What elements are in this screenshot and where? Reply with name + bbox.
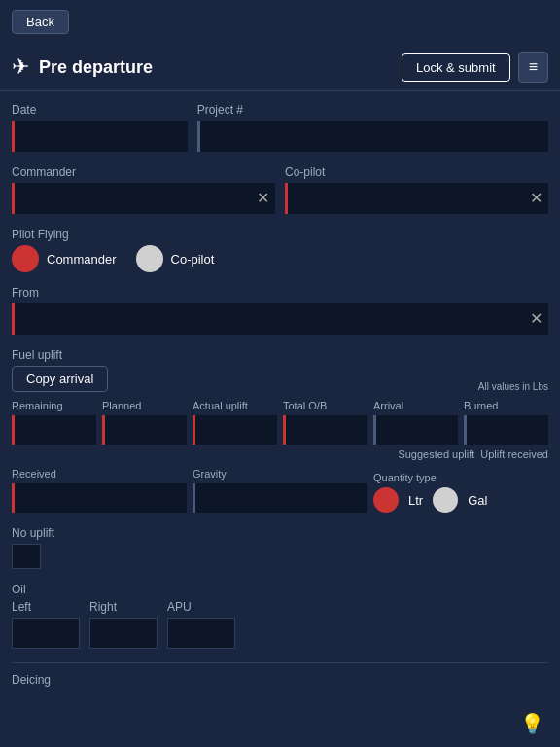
oil-left-input[interactable] (12, 618, 80, 649)
commander-radio-label: Commander (47, 252, 117, 267)
deicing-section: Deicing (12, 662, 548, 687)
commander-field-group: Commander ✕ (12, 165, 275, 214)
oil-section: Oil Left Right APU (12, 583, 548, 649)
commander-copilot-row: Commander ✕ Co-pilot ✕ (12, 165, 548, 214)
back-button[interactable]: Back (12, 10, 69, 34)
planned-label: Planned (102, 400, 187, 411)
commander-input-wrapper: ✕ (12, 183, 275, 214)
suggested-uplift-row: Suggested uplift Uplift received (12, 448, 548, 460)
copilot-input-wrapper: ✕ (285, 183, 548, 214)
date-label: Date (12, 103, 188, 117)
gal-label: Gal (468, 493, 487, 508)
planned-input[interactable] (102, 415, 187, 445)
oil-apu-input[interactable] (167, 618, 235, 649)
plane-icon: ✈ (12, 54, 29, 80)
suggested-uplift-label: Suggested uplift (398, 448, 474, 460)
burned-input[interactable] (464, 415, 548, 445)
remaining-field: Remaining (12, 400, 96, 445)
total-ob-field: Total O/B (283, 400, 368, 445)
project-input[interactable] (197, 121, 548, 152)
commander-input[interactable] (12, 183, 275, 214)
from-input[interactable] (12, 303, 548, 335)
commander-label: Commander (12, 165, 275, 179)
project-label: Project # (197, 103, 548, 117)
deicing-label: Deicing (12, 673, 548, 687)
received-input[interactable] (12, 483, 187, 513)
gravity-input[interactable] (192, 483, 368, 513)
ltr-radio[interactable] (373, 487, 399, 513)
commander-radio[interactable]: Commander (12, 245, 117, 272)
from-clear-button[interactable]: ✕ (530, 311, 542, 327)
oil-right-label: Right (89, 600, 158, 614)
fuel-uplift-section: Fuel uplift Copy arrival All values in L… (12, 348, 548, 513)
actual-uplift-input[interactable] (192, 415, 277, 445)
copilot-radio-label: Co-pilot (171, 252, 215, 267)
date-input[interactable]: 2021-01-25 (12, 121, 188, 152)
received-field: Received (12, 468, 187, 513)
pilot-flying-row: Commander Co-pilot (12, 245, 548, 272)
oil-right-field: Right (89, 600, 158, 649)
header: ✈ Pre departure Lock & submit ≡ (0, 44, 560, 91)
no-uplift-section: No uplift (12, 526, 548, 569)
lock-submit-button[interactable]: Lock & submit (402, 53, 510, 82)
oil-label: Oil (12, 583, 548, 596)
copilot-radio[interactable]: Co-pilot (136, 245, 215, 272)
gravity-label: Gravity (192, 468, 368, 480)
actual-uplift-field: Actual uplift (192, 400, 277, 445)
fuel-uplift-label: Fuel uplift (12, 348, 548, 362)
gravity-field: Gravity (192, 468, 368, 513)
remaining-label: Remaining (12, 400, 96, 411)
date-project-row: Date 2021-01-25 Project # (12, 103, 548, 152)
burned-field: Burned (464, 400, 548, 445)
gal-radio[interactable] (433, 487, 458, 513)
planned-field: Planned (102, 400, 187, 445)
no-uplift-label: No uplift (12, 526, 548, 540)
header-right: Lock & submit ≡ (402, 52, 548, 83)
oil-left-field: Left (12, 600, 80, 649)
oil-fields-row: Left Right APU (12, 600, 548, 649)
total-ob-label: Total O/B (283, 400, 368, 411)
menu-button[interactable]: ≡ (518, 52, 548, 83)
pilot-flying-label: Pilot Flying (12, 228, 548, 241)
arrival-field: Arrival (373, 400, 458, 445)
quantity-type-label: Quantity type (373, 472, 548, 483)
remaining-input[interactable] (12, 415, 96, 445)
project-field-group: Project # (197, 103, 548, 152)
burned-label: Burned (464, 400, 548, 411)
copilot-input[interactable] (285, 183, 548, 214)
fuel-uplift-header: Copy arrival All values in Lbs (12, 366, 548, 392)
actual-uplift-label: Actual uplift (192, 400, 277, 411)
date-field-group: Date 2021-01-25 (12, 103, 188, 152)
header-left: ✈ Pre departure (12, 54, 153, 80)
commander-clear-button[interactable]: ✕ (257, 191, 269, 206)
arrival-label: Arrival (373, 400, 458, 411)
quantity-type-field: Quantity type Ltr Gal (373, 472, 548, 513)
top-bar: Back (0, 0, 560, 44)
copy-arrival-button[interactable]: Copy arrival (12, 366, 108, 392)
copilot-field-group: Co-pilot ✕ (285, 165, 548, 214)
copilot-label: Co-pilot (285, 165, 548, 179)
copilot-radio-circle (136, 245, 163, 272)
deicing-divider (12, 662, 548, 663)
received-label: Received (12, 468, 187, 480)
ltr-label: Ltr (408, 493, 423, 508)
fuel-row-2: Received Gravity Quantity type Ltr Gal (12, 468, 548, 513)
pilot-flying-section: Pilot Flying Commander Co-pilot (12, 228, 548, 272)
page-title: Pre departure (39, 57, 153, 78)
uplift-received-label: Uplift received (480, 448, 548, 460)
oil-left-label: Left (12, 600, 80, 614)
copilot-clear-button[interactable]: ✕ (530, 191, 542, 206)
form-content: Date 2021-01-25 Project # Commander ✕ Co… (0, 91, 560, 702)
from-section: From ✕ (12, 286, 548, 335)
arrival-input[interactable] (373, 415, 458, 445)
total-ob-input[interactable] (283, 415, 368, 445)
from-input-wrapper: ✕ (12, 303, 548, 335)
fuel-row-1: Remaining Planned Actual uplift Total O/… (12, 400, 548, 445)
all-values-lbs-text: All values in Lbs (478, 381, 548, 392)
lightbulb-icon: 💡 (520, 712, 544, 735)
commander-radio-circle (12, 245, 39, 272)
oil-right-input[interactable] (89, 618, 158, 649)
no-uplift-checkbox[interactable] (12, 544, 41, 569)
from-label: From (12, 286, 548, 300)
oil-apu-field: APU (167, 600, 235, 649)
